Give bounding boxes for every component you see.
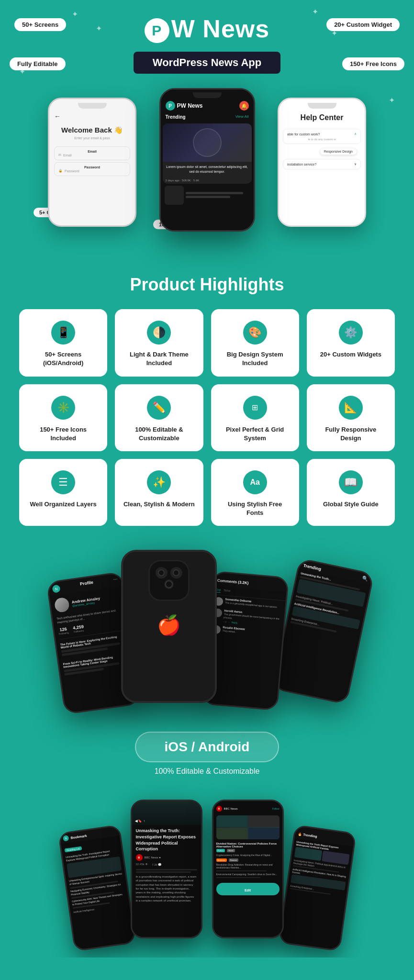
responsive-badge: Responsive Design [320,148,357,155]
highlight-icon-3: ⚙️ [339,321,363,345]
notification-bell: 🔔 [239,101,249,111]
highlight-label-7: Fully Responsive Design [314,425,387,443]
highlight-card-2: 🎨 Big Design System Included [211,309,299,376]
login-header: ← [49,109,135,122]
highlight-icon-6: ⊞ [243,396,267,420]
news-meta: 2 days ago · 508.8K · 5.9K [163,177,252,184]
highlight-label-10: Using Stylish Free Fonts [219,500,291,517]
news-row-2 [163,186,252,205]
highlights-title: Product Highlights [19,275,395,295]
ios-phone-2: ◀ 🔖 ↑ Unmasking the Truth: Investigative… [131,800,202,938]
bp-screen-dark-3: B BBC News Follow [213,801,282,937]
badge-widgets: 20+ Custom Widget [326,18,400,31]
highlight-card-10: Aa Using Stylish Free Fonts [211,459,299,526]
ios-phone-bookmark-back: N Bookmark Reading List Unmasking the Tr… [58,824,136,952]
email-field-display: Email ✉ Email [54,146,130,160]
phone-news: P PW News 🔔 Trending View All Lorem ipsu… [159,88,255,232]
highlight-card-3: ⚙️ 20+ Custom Widgets [307,309,395,376]
android-phone-trending: 🔥 Trending Unmasking the Truth Report Ex… [278,824,357,952]
highlight-icon-5: ✏️ [147,396,171,420]
bottom-phones-section: N Bookmark Reading List Unmasking the Tr… [0,800,414,958]
highlight-icon-4: ✳️ [51,396,75,420]
bp-screen-dark-4: 🔥 Trending Unmasking the Truth Report Ex… [280,826,355,950]
highlight-icon-10: Aa [243,470,267,494]
highlight-label-0: 50+ Screens (iOS/Android) [27,350,100,368]
highlight-card-7: 📐 Fully Responsive Design [307,384,395,451]
highlights-section: Product Highlights 📱 50+ Screens (iOS/An… [0,256,414,540]
login-subtitle: Enter your email & pass [49,136,135,141]
highlight-card-4: ✳️ 150+ Free Icons Included [19,384,107,451]
platform-sub: 100% Editable & Customizable [19,767,395,776]
welcome-text: Welcome Back 👋 [49,122,135,136]
ios-phones-group: N Bookmark Reading List Unmasking the Tr… [65,800,202,938]
trending-bar: Trending View All [161,112,254,122]
badge-icons: 150+ Free Icons [342,57,404,70]
highlight-card-9: ✨ Clean, Stylish & Modern [115,459,203,526]
phone-login-screen: ← Welcome Back 👋 Enter your email & pass… [49,99,135,225]
highlight-card-6: ⊞ Pixel Perfect & Grid System [211,384,299,451]
hero-phones-area: ← Welcome Back 👋 Enter your email & pass… [19,83,395,236]
android-phones-group: B BBC News Follow [212,800,350,938]
news-image [163,123,252,162]
highlight-icon-1: 🌗 [147,321,171,345]
bp-screen-dark-1: N Bookmark Reading List Unmasking the Tr… [59,826,134,950]
highlight-card-8: ☰ Well Organized Layers [19,459,107,526]
news-card: Lorem ipsum dolor sit amet, consectetur … [163,123,252,184]
highlight-icon-11: 📖 [339,470,363,494]
showcase-right-phones: Comments (3.2K) Top New Samantha Osborne… [207,569,360,703]
highlight-icon-8: ☰ [51,470,75,494]
highlight-label-9: Clean, Stylish & Modern [123,500,195,509]
highlight-icon-2: 🎨 [243,321,267,345]
platform-badge: iOS / Android [135,732,280,762]
hero-subtitle: WordPress News App [134,52,280,74]
platform-section: iOS / Android 100% Editable & Customizab… [0,717,414,800]
highlights-grid: 📱 50+ Screens (iOS/Android) 🌗 Light & Da… [19,309,395,526]
highlight-label-8: Well Organized Layers [30,500,97,509]
phone-help: Help Center able for custom work? ∧ le t… [278,98,366,227]
highlight-icon-9: ✨ [147,470,171,494]
logo-letter: P [145,18,169,43]
phone-news-screen: P PW News 🔔 Trending View All Lorem ipsu… [161,89,254,230]
showcase-center-phone: 🍎 [121,550,217,703]
showcase-section: N Profile ⋯ Andrew Ainsley @andrew_ainsl… [0,540,414,717]
badge-editable: Fully Editable [10,57,66,70]
faq-item-2: installation service? ∨ [283,159,361,169]
ios-phone-article: ◀ 🔖 ↑ Unmasking the Truth: Investigative… [131,800,202,938]
highlight-card-1: 🌗 Light & Dark Theme Included [115,309,203,376]
highlight-card-0: 📱 50+ Screens (iOS/Android) [19,309,107,376]
android-phone-2: 🔥 Trending Unmasking the Truth Report Ex… [278,824,357,952]
highlight-label-6: Pixel Perfect & Grid System [219,425,291,443]
highlight-label-5: 100% Editable & Customizable [123,425,195,443]
android-phone-article: B BBC News Follow [212,800,284,938]
highlight-icon-0: 📱 [51,321,75,345]
hero-section: ✦ ✦ ✦ ✦ ✦ ✦ ✦ ✦ 50+ Screens 20+ Custom W… [0,0,414,256]
highlight-label-11: Global Style Guide [323,500,379,509]
highlight-card-11: 📖 Global Style Guide [307,459,395,526]
highlight-label-3: 20+ Custom Widgets [320,350,381,359]
highlight-label-4: 150+ Free Icons Included [27,425,100,443]
showcase-phone-big: 🍎 [121,550,217,703]
phone-help-screen: Help Center able for custom work? ∧ le t… [279,99,365,225]
faq-item-1: able for custom work? ∧ le to do any cus… [283,129,361,144]
phone-login: ← Welcome Back 👋 Enter your email & pass… [48,98,136,227]
help-center-title: Help Center [279,109,365,127]
badge-screens: 50+ Screens [14,18,66,31]
big-phone-screen: 🍎 [123,552,215,701]
highlight-icon-7: 📐 [339,396,363,420]
ios-phone-1: N Bookmark Reading List Unmasking the Tr… [58,824,136,952]
back-arrow-icon: ← [54,112,61,120]
news-header: P PW News 🔔 [161,98,254,112]
password-field-display: Password 🔒 Password [54,162,130,176]
bp-screen-dark-2: ◀ 🔖 ↑ Unmasking the Truth: Investigative… [132,801,201,937]
android-phone-1: B BBC News Follow [212,800,284,938]
highlight-card-5: ✏️ 100% Editable & Customizable [115,384,203,451]
highlight-label-2: Big Design System Included [219,350,291,368]
highlight-label-1: Light & Dark Theme Included [123,350,195,368]
